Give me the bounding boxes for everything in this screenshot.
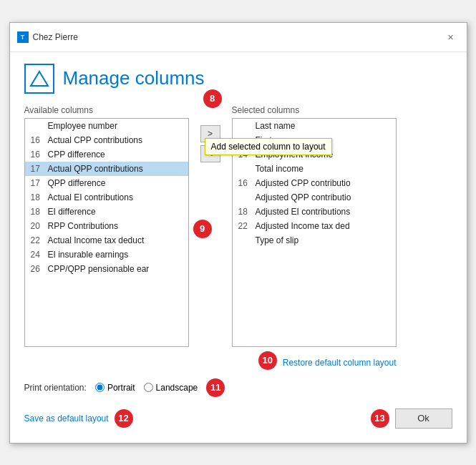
badge-13: 13 xyxy=(371,409,389,428)
badge-11: 11 xyxy=(206,378,225,397)
print-orientation-label: Print orientation: xyxy=(24,383,87,393)
dialog-content: Manage columns Available columns Employe… xyxy=(10,52,467,443)
svg-marker-0 xyxy=(31,72,48,86)
landscape-radio[interactable] xyxy=(144,383,153,392)
save-default-link[interactable]: Save as default layout xyxy=(24,413,109,424)
list-item[interactable]: 16 CPP difference xyxy=(25,147,188,162)
radio-group: Portrait Landscape xyxy=(95,383,198,393)
restore-row: 10 Restore default column layout xyxy=(232,351,397,370)
list-item[interactable]: 22 Adjusted Income tax ded xyxy=(233,219,396,233)
list-item[interactable]: 24 EI insurable earnings xyxy=(25,248,188,262)
list-item[interactable]: 20 RPP Contributions xyxy=(25,219,188,233)
list-item[interactable]: 22 Actual Income tax deduct xyxy=(25,233,188,248)
list-item[interactable]: Employee number xyxy=(25,119,188,133)
available-columns-list[interactable]: Employee number 16 Actual CPP contributi… xyxy=(24,118,189,347)
list-item[interactable]: 16 Adjusted CPP contributio xyxy=(233,176,396,190)
dialog-title: Manage columns xyxy=(63,67,205,89)
selected-columns-label: Selected columns xyxy=(232,105,397,115)
list-item[interactable]: Last name xyxy=(233,119,396,133)
portrait-radio[interactable] xyxy=(95,383,105,392)
header-icon xyxy=(24,64,54,94)
available-columns-label: Available columns xyxy=(24,105,189,115)
bottom-bar: Save as default layout 12 13 Ok xyxy=(24,408,452,429)
transfer-buttons: 8 > < Add selected column to layout 9 xyxy=(189,105,232,162)
manage-columns-window: T Chez Pierre × Manage columns Available… xyxy=(9,22,467,444)
badge-10: 10 xyxy=(258,351,277,370)
list-item[interactable]: Adjusted QPP contributio xyxy=(233,190,396,205)
list-item[interactable]: 17 QPP difference xyxy=(25,176,188,190)
portrait-option[interactable]: Portrait xyxy=(95,383,135,393)
landscape-label: Landscape xyxy=(156,383,198,393)
title-bar: T Chez Pierre × xyxy=(10,23,467,52)
list-item[interactable]: 26 CPP/QPP pensionable ear xyxy=(25,262,188,276)
available-columns-panel: Available columns Employee number 16 Act… xyxy=(24,105,189,347)
list-item[interactable]: 16 Actual CPP contributions xyxy=(25,133,188,147)
badge-12: 12 xyxy=(115,409,133,428)
dialog-header: Manage columns xyxy=(24,64,452,94)
title-bar-left: T Chez Pierre xyxy=(17,31,78,43)
close-button[interactable]: × xyxy=(442,29,460,46)
print-orientation-section: Print orientation: Portrait Landscape 11 xyxy=(24,378,452,397)
columns-section: Available columns Employee number 16 Act… xyxy=(24,105,452,370)
list-item[interactable]: Type of slip xyxy=(233,233,396,248)
tooltip-add-column: Add selected column to layout xyxy=(205,138,332,155)
restore-default-link[interactable]: Restore default column layout xyxy=(283,358,397,368)
window-title: Chez Pierre xyxy=(33,32,78,42)
list-item[interactable]: 18 EI difference xyxy=(25,205,188,219)
list-item[interactable]: 18 Actual EI contributions xyxy=(25,190,188,205)
ok-button[interactable]: Ok xyxy=(395,408,452,429)
list-item[interactable]: 18 Adjusted EI contributions xyxy=(233,205,396,219)
badge-9: 9 xyxy=(193,220,212,238)
list-item[interactable]: Total income xyxy=(233,162,396,176)
landscape-option[interactable]: Landscape xyxy=(144,383,198,393)
badge-8: 8 xyxy=(203,89,222,108)
app-icon: T xyxy=(17,31,29,43)
list-item-selected[interactable]: 17 Actual QPP contributions xyxy=(25,162,188,176)
portrait-label: Portrait xyxy=(107,383,135,393)
